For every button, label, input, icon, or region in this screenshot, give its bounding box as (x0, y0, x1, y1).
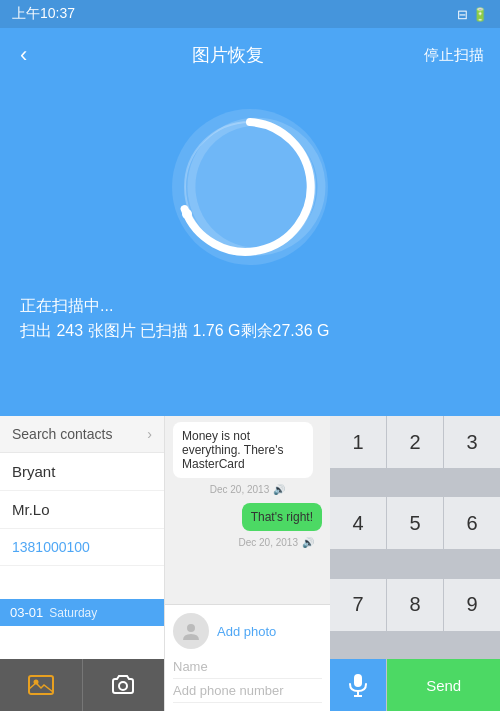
numpad-bottom-row: Send (330, 659, 500, 711)
chat-bubble-1: Money is not everything. There's MasterC… (173, 422, 313, 478)
calendar-icons-bar (0, 659, 164, 711)
chat-timestamp-1: Dec 20, 2013 🔊 (165, 484, 330, 495)
stop-scan-button[interactable]: 停止扫描 (424, 46, 484, 65)
status-icons: ⊟ 🔋 (457, 7, 488, 22)
chat-panel: Money is not everything. There's MasterC… (165, 416, 330, 711)
audio-icon-2: 🔊 (302, 537, 314, 548)
phone-field[interactable]: Add phone number (173, 679, 322, 703)
calendar-date: 03-01 (10, 605, 43, 620)
camera-button[interactable] (83, 659, 165, 711)
chat-bubble-2: That's right! (242, 503, 322, 531)
search-contacts-label: Search contacts (12, 426, 112, 442)
avatar-placeholder (173, 613, 209, 649)
top-bar: ‹ 图片恢复 停止扫描 (0, 28, 500, 82)
add-photo-row: Add photo (173, 613, 322, 649)
numpad-key-3[interactable]: 3 (444, 416, 500, 468)
scan-status-line2: 扫出 243 张图片 已扫描 1.76 G剩余27.36 G (20, 321, 480, 342)
calendar-day: Saturday (49, 606, 97, 620)
add-photo-button[interactable]: Add photo (217, 624, 276, 639)
contact-form: Add photo Name Add phone number (165, 604, 330, 711)
chevron-right-icon: › (147, 426, 152, 442)
scan-status-area: 正在扫描中... 扫出 243 张图片 已扫描 1.76 G剩余27.36 G (0, 288, 500, 354)
status-time: 上午10:37 (12, 5, 75, 23)
image-gallery-button[interactable] (0, 659, 83, 711)
name-field[interactable]: Name (173, 655, 322, 679)
contact-item-bryant[interactable]: Bryant (0, 453, 164, 491)
calendar-widget: 03-01 Saturday (0, 599, 164, 626)
contact-item-phone[interactable]: 1381000100 (0, 529, 164, 566)
contact-item-mrlo[interactable]: Mr.Lo (0, 491, 164, 529)
svg-rect-7 (354, 674, 362, 687)
numpad-key-7[interactable]: 7 (330, 579, 386, 631)
svg-point-6 (187, 624, 195, 632)
contacts-panel: Search contacts › Bryant Mr.Lo 138100010… (0, 416, 165, 711)
numpad-key-9[interactable]: 9 (444, 579, 500, 631)
chat-timestamp-2: Dec 20, 2013 🔊 (173, 537, 322, 548)
numpad-key-5[interactable]: 5 (387, 497, 443, 549)
svg-point-2 (182, 209, 192, 219)
battery-icon: ⊟ 🔋 (457, 7, 488, 22)
send-button[interactable]: Send (387, 659, 500, 711)
numpad-key-4[interactable]: 4 (330, 497, 386, 549)
status-bar: 上午10:37 ⊟ 🔋 (0, 0, 500, 28)
mic-button[interactable] (330, 659, 386, 711)
scan-status-line1: 正在扫描中... (20, 296, 480, 317)
back-button[interactable]: ‹ (16, 38, 31, 72)
numpad-key-8[interactable]: 8 (387, 579, 443, 631)
numpad-panel: 1 2 3 4 5 6 7 8 9 Send (330, 416, 500, 711)
numpad-key-1[interactable]: 1 (330, 416, 386, 468)
search-contacts-row[interactable]: Search contacts › (0, 416, 164, 453)
numpad-grid: 1 2 3 4 5 6 7 8 9 (330, 416, 500, 659)
svg-point-5 (119, 682, 127, 690)
numpad-key-6[interactable]: 6 (444, 497, 500, 549)
audio-icon-1: 🔊 (273, 484, 285, 495)
scan-area: 正在扫描中... 扫出 243 张图片 已扫描 1.76 G剩余27.36 G (0, 82, 500, 364)
numpad-key-2[interactable]: 2 (387, 416, 443, 468)
scan-progress-circle (165, 102, 335, 272)
bottom-panels: Search contacts › Bryant Mr.Lo 138100010… (0, 416, 500, 711)
page-title: 图片恢复 (192, 43, 264, 67)
